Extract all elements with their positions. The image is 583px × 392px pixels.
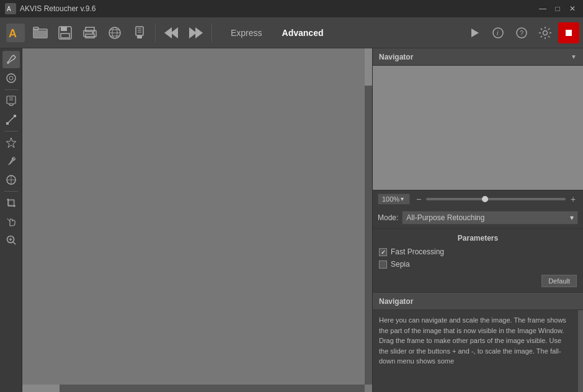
horizontal-scroll-thumb[interactable] [22,385,60,392]
horizontal-scrollbar[interactable] [22,385,365,392]
toolbar-separator [155,24,156,42]
toolbar-separator-2 [211,24,212,42]
help-button[interactable]: ? [511,22,532,43]
svg-point-33 [543,30,548,35]
sepia-label: Sepia [391,260,410,269]
svg-text:A: A [9,27,17,40]
svg-point-35 [7,61,9,64]
svg-line-57 [13,242,16,244]
mode-select[interactable]: All-Purpose Retouching ▾ [402,211,578,225]
close-button[interactable]: ✕ [567,3,578,14]
tool-separator-3 [4,191,18,192]
zoom-slider-container: − + [414,194,578,204]
tool-separator-1 [4,89,18,90]
info-button[interactable]: i [487,22,509,43]
title-bar: A AKVIS Retoucher v.9.6 — □ ✕ [0,0,583,17]
info-section: Navigator Here you can navigate and scal… [373,293,583,392]
svg-text:?: ? [520,29,523,37]
tab-advanced[interactable]: Advanced [272,24,334,42]
params-title: Parameters [379,234,577,243]
zoom-value-display[interactable]: 100% ▾ [378,194,410,205]
web-button[interactable] [103,21,127,45]
app-title: AKVIS Retoucher v.9.6 [20,4,533,13]
vertical-scroll-thumb[interactable] [365,48,372,86]
svg-rect-8 [61,27,67,31]
navigator-preview[interactable] [373,66,583,190]
tool-circle[interactable] [2,171,20,189]
main-area: Navigator ▼ 100% ▾ − + Mode: [0,48,583,392]
tool-star[interactable] [2,134,20,151]
toolbar: A [0,17,583,48]
svg-rect-42 [6,122,9,125]
tool-paint[interactable] [2,92,20,110]
fast-processing-checkbox[interactable] [379,248,387,256]
default-button[interactable]: Default [541,275,577,287]
tool-separator-2 [4,131,18,131]
canvas-area[interactable] [22,48,372,392]
sepia-checkbox[interactable] [379,261,387,269]
vertical-scrollbar[interactable] [365,48,372,385]
print-button[interactable] [78,21,102,45]
svg-rect-12 [86,34,94,38]
svg-marker-25 [164,27,172,38]
tool-line[interactable] [2,111,20,128]
svg-text:i: i [497,29,499,37]
tool-brush[interactable] [2,51,20,68]
tab-express[interactable]: Express [221,24,272,42]
svg-rect-23 [137,35,142,38]
zoom-minus-button[interactable]: − [414,194,424,204]
right-panel: Navigator ▼ 100% ▾ − + Mode: [372,48,583,392]
info-header: Navigator [373,293,583,310]
tools-panel [0,48,22,392]
params-section: Parameters Fast Processing Sepia Default [373,229,583,293]
brush-tool-button[interactable] [128,21,151,45]
settings-button[interactable] [535,22,556,43]
svg-text:A: A [7,6,11,12]
tool-eraser[interactable] [2,69,20,87]
param-row-sepia: Sepia [379,260,577,269]
run-button[interactable] [464,22,485,43]
back-button[interactable] [159,21,183,45]
zoom-slider[interactable] [426,198,566,200]
zoom-dropdown-arrow: ▾ [401,195,404,202]
info-scrollbar[interactable] [578,310,583,392]
mode-selected-value: All-Purpose Retouching [406,213,484,222]
svg-point-37 [9,76,13,80]
svg-marker-44 [6,138,16,148]
navigator-header: Navigator ▼ [373,48,583,66]
mode-tabs: Express Advanced [221,24,334,42]
app-icon: A [5,3,16,14]
svg-point-36 [7,74,16,82]
tool-crop[interactable] [2,194,20,212]
info-title: Navigator [379,297,413,306]
svg-rect-19 [136,27,143,35]
save-button[interactable] [53,21,77,45]
zoom-slider-thumb[interactable] [482,196,488,202]
svg-rect-43 [14,115,16,117]
svg-rect-34 [566,30,572,36]
open-button[interactable] [29,21,52,45]
svg-marker-28 [471,29,479,37]
toolbar-right: i ? [464,22,579,43]
minimize-button[interactable]: — [537,3,548,14]
svg-point-13 [92,32,94,33]
svg-rect-5 [33,27,38,30]
maximize-button[interactable]: □ [552,3,563,14]
svg-rect-11 [86,27,94,32]
zoom-plus-button[interactable]: + [568,194,578,204]
tool-zoom[interactable] [2,231,20,249]
svg-rect-9 [61,33,69,38]
info-text: Here you can navigate and scale the imag… [373,310,578,392]
mode-dropdown-arrow: ▾ [570,213,574,222]
logo-btn[interactable]: A [4,21,27,45]
navigator-collapse-arrow[interactable]: ▼ [571,53,577,60]
svg-marker-27 [195,27,203,38]
info-content-row: Here you can navigate and scale the imag… [373,310,583,392]
fast-processing-label: Fast Processing [391,247,444,256]
stop-button[interactable] [558,22,579,43]
mode-section: Mode: All-Purpose Retouching ▾ [373,207,583,229]
tool-picker[interactable] [2,153,20,170]
tool-hand[interactable] [2,213,20,230]
forward-button[interactable] [184,21,208,45]
svg-rect-6 [34,30,47,37]
